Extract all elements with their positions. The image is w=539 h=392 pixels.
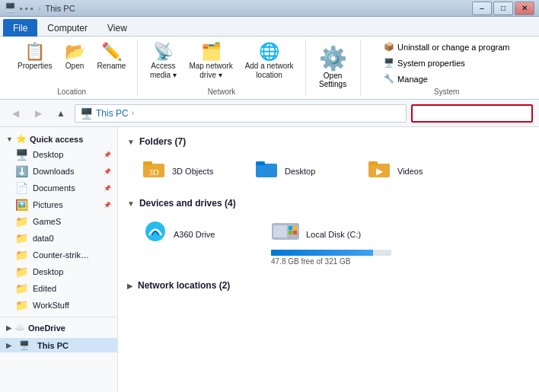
rename-icon: ✏️ xyxy=(101,43,122,60)
folders-arrow: ▼ xyxy=(127,138,135,146)
games-icon: 📁 xyxy=(15,215,28,228)
onedrive-header[interactable]: ▶ ☁️ OneDrive xyxy=(0,320,117,335)
sidebar-item-desktop2[interactable]: 📁 Desktop xyxy=(0,263,117,280)
3d-objects-icon: 3D xyxy=(143,158,166,183)
quick-access-arrow: ▼ xyxy=(6,135,13,143)
title-bar-controls: – □ ✕ xyxy=(472,2,534,15)
sidebar-item-games[interactable]: 📁 GameS xyxy=(0,213,117,230)
open-button[interactable]: 📂 Open xyxy=(59,40,91,75)
sidebar-item-documents[interactable]: 📄 Documents 📌 xyxy=(0,180,117,196)
forward-button[interactable]: ▶ xyxy=(29,104,47,123)
pictures-icon: 🖼️ xyxy=(15,199,28,211)
local-disk-label: Local Disk (C:) xyxy=(306,230,361,239)
add-network-location-icon: 🌐 xyxy=(259,43,279,60)
quick-access-header[interactable]: ▼ ⭐ Quick access xyxy=(0,132,117,146)
drives-arrow: ▼ xyxy=(127,199,135,208)
item-a360-drive[interactable]: A360 Drive xyxy=(135,215,257,271)
drives-section-header[interactable]: ▼ Devices and drives (4) xyxy=(127,198,530,209)
desktop-folder-icon xyxy=(256,158,279,183)
ribbon-group-open-settings: ⚙️ OpenSettings xyxy=(306,40,361,96)
desktop2-icon: 📁 xyxy=(15,266,28,278)
sidebar-item-edited[interactable]: 📁 Edited xyxy=(0,280,117,297)
minimize-button[interactable]: – xyxy=(472,2,492,15)
tab-computer[interactable]: Computer xyxy=(37,19,97,36)
sidebar-item-data0[interactable]: 📁 data0 xyxy=(0,230,117,247)
open-settings-button[interactable]: ⚙️ OpenSettings xyxy=(312,40,354,94)
edited-icon: 📁 xyxy=(15,282,28,295)
sidebar-item-workstuff[interactable]: 📁 WorkStuff xyxy=(0,297,117,314)
sidebar: ▼ ⭐ Quick access 🖥️ Desktop 📌 ⬇️ Downloa… xyxy=(0,127,118,392)
svg-rect-4 xyxy=(256,161,265,165)
a360-label: A360 Drive xyxy=(174,230,215,239)
local-disk-bar-fill xyxy=(271,250,373,256)
desktop-folder-label: Desktop xyxy=(285,167,315,176)
content-area: ▼ Folders (7) 3D 3D Objects xyxy=(118,127,539,392)
downloads-pin: 📌 xyxy=(104,168,111,175)
ribbon-group-network: 📡 Accessmedia ▾ 🗂️ Map networkdrive ▾ 🌐 … xyxy=(138,40,305,96)
desktop-icon: 🖥️ xyxy=(15,148,28,161)
ribbon-group-system-label: System xyxy=(434,86,459,96)
access-media-button[interactable]: 📡 Accessmedia ▾ xyxy=(144,40,182,84)
maximize-button[interactable]: □ xyxy=(493,2,513,15)
folders-title: Folders (7) xyxy=(139,136,186,147)
title-bar: 🖥️ ▪ ▪ ▪ › This PC – □ ✕ xyxy=(0,0,539,17)
pictures-pin: 📌 xyxy=(104,202,111,209)
search-input[interactable] xyxy=(411,104,533,123)
breadcrumb-bar: 🖥️ This PC › xyxy=(75,104,407,123)
back-button[interactable]: ◀ xyxy=(6,104,24,123)
manage-button[interactable]: 🔧 Manage xyxy=(378,72,515,86)
open-settings-icon: ⚙️ xyxy=(319,45,347,72)
tab-view[interactable]: View xyxy=(97,19,137,36)
breadcrumb-this-pc[interactable]: This PC xyxy=(96,108,129,119)
this-pc-label: This PC xyxy=(37,341,69,350)
svg-rect-14 xyxy=(293,231,297,234)
ribbon-group-network-label: Network xyxy=(208,86,236,96)
workstuff-icon: 📁 xyxy=(15,299,28,311)
sidebar-item-desktop[interactable]: 🖥️ Desktop 📌 xyxy=(0,146,117,163)
title-bar-breadcrumbs: ▪ ▪ ▪ › This PC xyxy=(20,4,472,13)
cs-global-icon: 📁 xyxy=(15,249,28,261)
sidebar-item-cs-global[interactable]: 📁 Counter-strike Glob xyxy=(0,247,117,263)
uninstall-button[interactable]: 📦 Uninstall or change a program xyxy=(378,40,515,54)
svg-rect-12 xyxy=(293,226,297,230)
this-pc-header[interactable]: ▶ 🖥️ This PC xyxy=(0,338,117,352)
system-properties-button[interactable]: 🖥️ System properties xyxy=(378,56,515,70)
main-container: ▼ ⭐ Quick access 🖥️ Desktop 📌 ⬇️ Downloa… xyxy=(0,127,539,392)
open-icon: 📂 xyxy=(65,43,85,60)
sidebar-section-quick-access: ▼ ⭐ Quick access 🖥️ Desktop 📌 ⬇️ Downloa… xyxy=(0,132,117,314)
up-button[interactable]: ▲ xyxy=(52,104,70,123)
folders-section-header[interactable]: ▼ Folders (7) xyxy=(127,136,530,147)
map-network-drive-button[interactable]: 🗂️ Map networkdrive ▾ xyxy=(183,40,238,84)
sidebar-item-downloads[interactable]: ⬇️ Downloads 📌 xyxy=(0,163,117,180)
item-desktop[interactable]: Desktop xyxy=(247,153,354,189)
this-pc-icon: 🖥️ xyxy=(19,340,30,350)
svg-rect-13 xyxy=(289,231,292,234)
folders-grid: 3D 3D Objects Desktop xyxy=(127,153,530,189)
address-bar: ◀ ▶ ▲ 🖥️ This PC › xyxy=(0,100,539,127)
network-section-header[interactable]: ▶ Network locations (2) xyxy=(127,280,530,291)
ribbon-tabs: File Computer View xyxy=(0,17,539,37)
onedrive-label: OneDrive xyxy=(28,323,65,333)
ribbon: 📋 Properties 📂 Open ✏️ Rename Location 📡… xyxy=(0,37,539,100)
drives-title: Devices and drives (4) xyxy=(139,198,236,209)
item-local-disk-c[interactable]: Local Disk (C:) 47.8 GB free of 321 GB xyxy=(263,215,400,271)
uninstall-icon: 📦 xyxy=(384,42,394,52)
videos-label: Videos xyxy=(397,167,423,176)
title-bar-icon: 🖥️ xyxy=(5,2,17,14)
item-3d-objects[interactable]: 3D 3D Objects xyxy=(135,153,241,189)
documents-icon: 📄 xyxy=(15,182,28,194)
network-arrow: ▶ xyxy=(127,282,133,290)
tab-file[interactable]: File xyxy=(3,19,37,37)
add-network-location-button[interactable]: 🌐 Add a networklocation xyxy=(240,40,299,84)
system-buttons: 📦 Uninstall or change a program 🖥️ Syste… xyxy=(378,40,515,86)
local-disk-info: Local Disk (C:) xyxy=(306,230,361,239)
sidebar-item-pictures[interactable]: 🖼️ Pictures 📌 xyxy=(0,196,117,213)
sidebar-section-onedrive: ▶ ☁️ OneDrive xyxy=(0,320,117,335)
close-button[interactable]: ✕ xyxy=(515,2,534,15)
local-disk-bar-container xyxy=(271,250,391,256)
ribbon-group-location: 📋 Properties 📂 Open ✏️ Rename Location xyxy=(6,40,138,96)
item-videos[interactable]: ▶ Videos xyxy=(360,153,467,189)
svg-rect-11 xyxy=(289,226,292,230)
rename-button[interactable]: ✏️ Rename xyxy=(92,40,132,75)
properties-button[interactable]: 📋 Properties xyxy=(12,40,58,75)
